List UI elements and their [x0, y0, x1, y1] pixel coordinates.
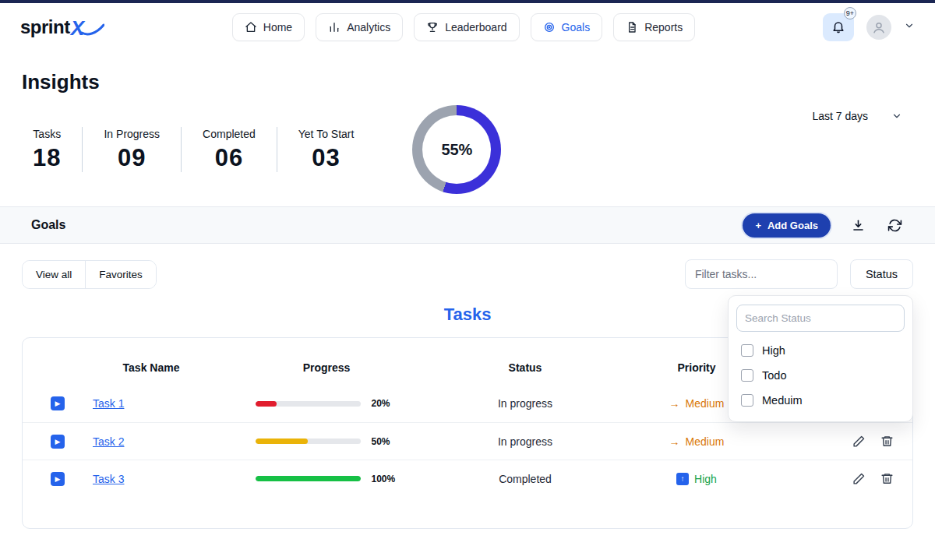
- delete-button[interactable]: [879, 433, 895, 449]
- logo-text: sprint: [20, 16, 70, 38]
- progress-bar: [256, 438, 361, 444]
- trophy-icon: [426, 21, 439, 33]
- target-icon: [543, 21, 556, 33]
- nav-item-label: Reports: [644, 21, 683, 33]
- nav-item-goals[interactable]: Goals: [531, 13, 603, 41]
- date-range-label: Last 7 days: [812, 110, 868, 122]
- add-goals-button[interactable]: + Add Goals: [743, 213, 831, 238]
- stat-value: 03: [298, 144, 355, 172]
- status-dropdown: High Todo Meduim: [728, 295, 913, 422]
- trash-icon: [880, 435, 894, 448]
- avatar[interactable]: [866, 15, 891, 40]
- status-option-label: Meduim: [762, 394, 803, 407]
- stat-in-progress: In Progress 09: [83, 128, 181, 172]
- status-filter-button[interactable]: Status: [850, 259, 913, 289]
- notifications-button[interactable]: 9+: [823, 13, 854, 41]
- progress-percent: 100%: [372, 474, 398, 484]
- checkbox-icon[interactable]: [741, 394, 753, 407]
- stat-completed: Completed 06: [182, 128, 277, 172]
- status-option-high[interactable]: High: [736, 338, 905, 363]
- header-right: 9+: [823, 13, 915, 41]
- goals-section-title: Goals: [31, 218, 65, 232]
- status-option-todo[interactable]: Todo: [736, 363, 905, 388]
- priority-label: Medium: [686, 397, 725, 410]
- date-range-select[interactable]: Last 7 days: [812, 110, 902, 122]
- task-name-link[interactable]: Task 3: [93, 473, 124, 485]
- status-value: In progress: [443, 397, 607, 410]
- edit-button[interactable]: [851, 470, 867, 487]
- edit-button[interactable]: [851, 433, 867, 449]
- edit-icon: [852, 472, 866, 485]
- nav-item-leaderboard[interactable]: Leaderboard: [414, 13, 519, 41]
- play-icon[interactable]: ▶: [51, 472, 65, 486]
- play-icon[interactable]: ▶: [51, 435, 65, 449]
- tab-view-all[interactable]: View all: [23, 261, 85, 288]
- user-menu-button[interactable]: [904, 20, 915, 34]
- progress-fill: [256, 401, 277, 407]
- stat-label: In Progress: [104, 128, 160, 140]
- trash-icon: [880, 472, 894, 485]
- status-value: Completed: [443, 473, 607, 485]
- nav-item-label: Analytics: [347, 21, 390, 33]
- checkbox-icon[interactable]: [741, 369, 753, 382]
- stat-value: 18: [33, 144, 61, 172]
- stat-label: Tasks: [33, 128, 61, 140]
- delete-button[interactable]: [879, 470, 895, 487]
- view-tabs: View all Favorites: [22, 260, 157, 289]
- nav-item-label: Home: [263, 21, 292, 33]
- filter-row: View all Favorites Status High Todo Medu…: [22, 259, 913, 289]
- progress-percent: 20%: [372, 398, 398, 409]
- stat-label: Yet To Start: [298, 128, 355, 140]
- status-value: In progress: [443, 435, 607, 448]
- filter-controls: Status: [685, 259, 913, 289]
- logo-swoosh-icon: [81, 23, 104, 37]
- refresh-button[interactable]: [886, 217, 904, 234]
- nav-item-label: Leaderboard: [445, 21, 506, 33]
- table-row: ▶ Task 2 50% In progress → Medium: [23, 422, 912, 460]
- stat-yet-to-start: Yet To Start 03: [277, 128, 376, 172]
- column-task-name: Task Name: [93, 361, 210, 374]
- stat-label: Completed: [203, 128, 256, 140]
- download-button[interactable]: [849, 217, 867, 234]
- page-title: Insights: [22, 70, 935, 94]
- completion-donut: 55%: [412, 105, 501, 194]
- status-option-medium[interactable]: Meduim: [736, 388, 905, 413]
- progress-bar: [256, 476, 361, 481]
- refresh-icon: [887, 218, 902, 233]
- nav-item-home[interactable]: Home: [232, 13, 305, 41]
- notification-badge: 9+: [844, 7, 856, 19]
- priority-label: High: [694, 473, 717, 485]
- progress-bar: [256, 401, 361, 407]
- progress-fill: [256, 476, 361, 481]
- column-progress: Progress: [210, 361, 443, 374]
- reports-icon: [626, 21, 638, 33]
- progress-fill: [256, 438, 309, 444]
- task-name-link[interactable]: Task 2: [93, 435, 124, 448]
- goals-section-bar: Goals + Add Goals: [0, 206, 935, 244]
- stat-tasks: Tasks 18: [22, 128, 82, 172]
- nav-item-reports[interactable]: Reports: [613, 13, 695, 41]
- nav-item-label: Goals: [562, 21, 591, 33]
- tab-favorites[interactable]: Favorites: [85, 261, 156, 288]
- play-icon[interactable]: ▶: [51, 396, 65, 410]
- task-name-link[interactable]: Task 1: [93, 397, 124, 410]
- goals-bar-actions: + Add Goals: [743, 213, 904, 238]
- priority-arrow-icon: →: [669, 435, 680, 448]
- status-option-label: High: [762, 344, 785, 357]
- insights-stats: Tasks 18 In Progress 09 Completed 06 Yet…: [0, 105, 935, 194]
- stat-value: 06: [203, 144, 256, 172]
- status-search-input[interactable]: [736, 305, 905, 332]
- chevron-down-icon: [891, 111, 902, 122]
- checkbox-icon[interactable]: [741, 344, 753, 357]
- logo[interactable]: sprint X: [20, 16, 104, 38]
- chevron-down-icon: [904, 20, 915, 31]
- header: sprint X Home Analytics Leaderboard Goal…: [0, 3, 935, 51]
- table-row: ▶ Task 3 100% Completed ↑ High: [23, 460, 912, 497]
- column-status: Status: [443, 361, 607, 374]
- download-icon: [851, 218, 866, 233]
- dashboard-page: sprint X Home Analytics Leaderboard Goal…: [0, 0, 935, 560]
- add-goals-label: Add Goals: [767, 220, 818, 231]
- filter-tasks-input[interactable]: [685, 259, 838, 289]
- nav-item-analytics[interactable]: Analytics: [316, 13, 403, 41]
- priority-label: Medium: [686, 435, 725, 448]
